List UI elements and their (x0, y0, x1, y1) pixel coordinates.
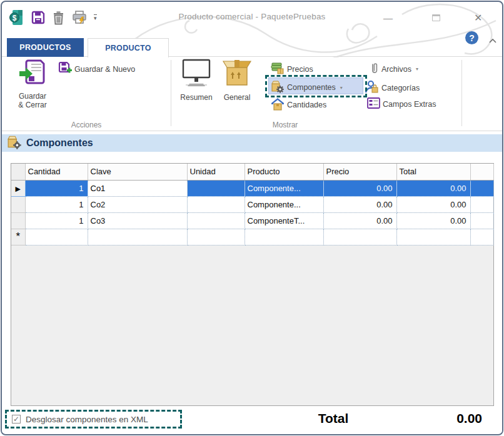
collapse-ribbon-icon[interactable] (488, 35, 497, 46)
minimize-button[interactable]: — (383, 12, 393, 24)
box-gear-icon (271, 80, 285, 95)
precios-button[interactable]: Precios (271, 62, 313, 76)
cell-producto[interactable] (244, 229, 323, 245)
ribbon-tab-row: PRODUCTOS PRODUCTO (2, 38, 502, 57)
ribbon-separator (171, 60, 171, 126)
cell-cantidad[interactable]: 1 (25, 212, 88, 229)
cell-clave[interactable]: Co1 (88, 180, 187, 196)
category-person-icon (365, 80, 379, 96)
guardar-nuevo-button[interactable]: Guardar & Nuevo (58, 61, 135, 77)
ribbon-separator (461, 60, 462, 126)
cell-producto[interactable]: Componente... (244, 180, 323, 196)
cell-unidad[interactable] (187, 229, 244, 245)
group-label-acciones: Acciones (2, 121, 171, 129)
table-row[interactable]: 1 Co3 ComponenteT... 0.00 0.00 (11, 212, 493, 229)
cell-unidad[interactable] (187, 212, 244, 229)
categorias-label: Categorías (381, 84, 420, 92)
cell-precio[interactable]: 0.00 (323, 196, 396, 212)
cantidades-button[interactable]: Cantidades (271, 97, 326, 112)
col-header-extra (470, 164, 493, 180)
paperclip-icon (370, 62, 379, 76)
save-new-icon (58, 61, 72, 77)
cell-extra[interactable] (470, 212, 493, 229)
help-icon[interactable]: ? (465, 31, 478, 44)
componentes-button[interactable]: Componentes ▾ (271, 80, 343, 95)
section-box-gear-icon (7, 135, 22, 152)
archivos-dropdown-icon[interactable]: ▾ (416, 66, 418, 72)
tab-productos[interactable]: PRODUCTOS (7, 38, 84, 57)
new-row-marker: * (16, 230, 20, 242)
col-header-precio[interactable]: Precio (323, 164, 396, 180)
warehouse-icon (271, 97, 285, 112)
close-button[interactable]: ✕ (474, 12, 482, 24)
cell-cantidad[interactable]: 1 (25, 180, 88, 196)
cell-producto[interactable]: ComponenteT... (244, 212, 323, 229)
cell-total[interactable] (396, 229, 470, 245)
resumen-label: Resumen (180, 93, 212, 102)
cell-unidad[interactable] (187, 196, 244, 212)
cell-total[interactable]: 0.00 (396, 180, 470, 196)
cell-precio[interactable]: 0.00 (323, 180, 396, 196)
cell-extra[interactable] (470, 229, 493, 245)
table-row[interactable]: ▶ 1 Co1 Componente... 0.00 0.00 (11, 180, 493, 196)
cell-cantidad[interactable] (25, 229, 88, 245)
componentes-label: Componentes (287, 83, 336, 92)
cell-precio[interactable]: 0.00 (323, 212, 396, 229)
campos-extras-button[interactable]: Campos Extras (367, 97, 436, 111)
monitor-icon (181, 59, 212, 89)
col-header-clave[interactable]: Clave (88, 164, 187, 180)
components-table: Cantidad Clave Unidad Producto Precio To… (11, 164, 494, 245)
desglosar-checkbox-label: Desglosar componentes en XML (26, 415, 148, 424)
col-header-cantidad[interactable]: Cantidad (25, 164, 88, 180)
save-new-label: Guardar & Nuevo (74, 65, 135, 74)
grid-header-row: Cantidad Clave Unidad Producto Precio To… (11, 164, 493, 180)
ribbon: Guardar & Cerrar Guardar & Nuevo Accione… (2, 57, 502, 131)
general-button[interactable]: General (219, 59, 255, 102)
col-header-producto[interactable]: Producto (244, 164, 323, 180)
cell-clave[interactable] (88, 229, 187, 245)
cell-clave[interactable]: Co2 (88, 196, 187, 212)
save-close-label-line2: & Cerrar (18, 101, 46, 109)
cell-cantidad[interactable]: 1 (25, 196, 88, 212)
current-row-marker: ▶ (16, 185, 21, 192)
cell-extra[interactable] (470, 196, 493, 212)
window-title: Producto comercial - PaquetePruebas (2, 12, 502, 21)
section-title: Componentes (26, 137, 93, 149)
desglosar-annotation-box[interactable]: ✓ Desglosar componentes en XML (5, 410, 182, 429)
cell-unidad[interactable] (187, 180, 244, 196)
cell-total[interactable]: 0.00 (396, 196, 470, 212)
categorias-button[interactable]: Categorías (365, 80, 420, 96)
general-label: General (224, 93, 251, 102)
desglosar-checkbox[interactable]: ✓ (12, 415, 21, 424)
cell-precio[interactable] (323, 229, 396, 245)
campos-extras-label: Campos Extras (383, 100, 436, 109)
row-selector-cell: * (11, 229, 25, 245)
footer-bar: ✓ Desglosar componentes en XML Total 0.0… (2, 406, 502, 433)
table-row[interactable]: 1 Co2 Componente... 0.00 0.00 (11, 196, 493, 212)
group-label-mostrar: Mostrar (251, 121, 320, 129)
save-close-label-line1: Guardar (19, 92, 46, 101)
form-fields-icon (367, 97, 380, 111)
components-grid[interactable]: Cantidad Clave Unidad Producto Precio To… (11, 163, 494, 406)
total-label: Total (296, 411, 371, 426)
cell-total[interactable]: 0.00 (396, 212, 470, 229)
componentes-dropdown-icon[interactable]: ▾ (340, 85, 343, 91)
row-selector-cell (11, 196, 25, 212)
col-header-total[interactable]: Total (396, 164, 470, 180)
resumen-button[interactable]: Resumen (176, 59, 217, 102)
cell-producto[interactable]: Componente... (244, 196, 323, 212)
cell-extra[interactable] (470, 180, 493, 196)
tab-producto[interactable]: PRODUCTO (88, 38, 169, 57)
maximize-button[interactable] (432, 14, 440, 21)
col-header-unidad[interactable]: Unidad (187, 164, 244, 180)
save-close-icon (19, 59, 46, 88)
cantidades-label: Cantidades (287, 101, 326, 109)
archivos-button[interactable]: Archivos ▾ (370, 62, 418, 76)
money-stack-icon (271, 62, 285, 76)
cell-clave[interactable]: Co3 (88, 212, 187, 229)
new-row[interactable]: * (11, 229, 493, 245)
row-selector-cell (11, 212, 25, 229)
guardar-cerrar-button[interactable]: Guardar & Cerrar (9, 59, 56, 109)
titlebar: $ (2, 2, 502, 38)
section-header-componentes: Componentes (2, 134, 502, 152)
